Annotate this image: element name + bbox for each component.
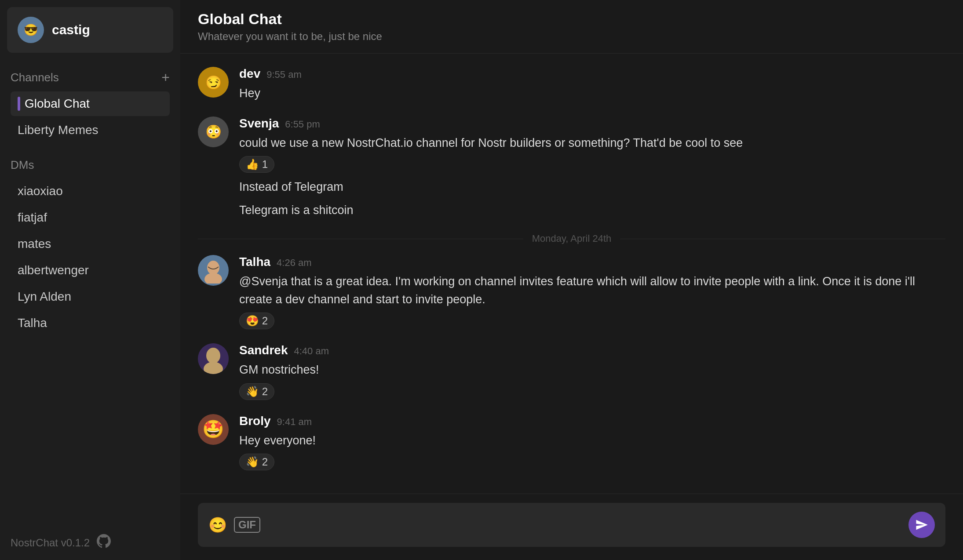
reaction-heart-eyes[interactable]: 😍 2 [239,313,274,329]
dm-item-xiaoxiao[interactable]: xiaoxiao [11,179,170,204]
dm-label: albertwenger [18,263,89,277]
emoji-button[interactable]: 😊 [208,516,227,534]
message-text-3: Telegram is a shitcoin [239,201,945,219]
reaction-wave-broly[interactable]: 👋 2 [239,454,274,470]
dms-section: DMs xiaoxiao fiatjaf mates albertwenger … [0,158,180,337]
message-text-2: Instead of Telegram [239,178,945,196]
dm-item-mates[interactable]: mates [11,232,170,256]
message-text: Hey [239,84,945,102]
chat-title: Global Chat [198,11,945,28]
sidebar-item-global-chat[interactable]: Global Chat [11,91,170,116]
message-content: Broly 9:41 am Hey everyone! 👋 2 [239,414,945,471]
dm-item-talha[interactable]: Talha [11,311,170,335]
sidebar: 😎 castig Channels + Global Chat Liberty … [0,0,180,560]
message-time: 4:26 am [277,257,312,269]
message-username: Broly [239,414,271,428]
message-username: dev [239,67,260,81]
message-time: 9:55 am [266,69,302,80]
channel-label: Global Chat [25,97,90,111]
avatar-sandrek [198,343,229,374]
dm-item-albertwenger[interactable]: albertwenger [11,258,170,283]
message-talha: Talha 4:26 am @Svenja that is a great id… [198,255,945,329]
dm-label: mates [18,237,51,251]
message-content: dev 9:55 am Hey [239,67,945,102]
message-time: 4:40 am [294,345,329,357]
message-text: Hey everyone! [239,432,945,450]
avatar-dev: 😏 [198,67,229,98]
dms-title: DMs [11,158,34,172]
message-text: could we use a new NostrChat.io channel … [239,134,945,152]
add-channel-button[interactable]: + [161,70,170,84]
messages-area: 😏 dev 9:55 am Hey 😳 Svenja 6:55 pm could… [180,54,963,494]
message-header: Sandrek 4:40 am [239,343,945,357]
active-indicator [18,97,20,111]
svg-point-4 [206,348,220,364]
message-svenja: 😳 Svenja 6:55 pm could we use a new Nost… [198,116,945,219]
dm-label: xiaoxiao [18,184,63,198]
message-header: Svenja 6:55 pm [239,116,945,131]
message-header: Broly 9:41 am [239,414,945,428]
avatar-broly: 🤩 [198,414,229,445]
date-divider: Monday, April 24th [198,233,945,244]
date-label: Monday, April 24th [532,233,612,244]
chat-header: Global Chat Whatever you want it to be, … [180,0,963,54]
message-content: Svenja 6:55 pm could we use a new NostrC… [239,116,945,219]
message-content: Talha 4:26 am @Svenja that is a great id… [239,255,945,329]
dm-item-lyn-alden[interactable]: Lyn Alden [11,284,170,309]
avatar: 😎 [18,17,44,43]
main-chat: Global Chat Whatever you want it to be, … [180,0,963,560]
reaction-wave-sandrek[interactable]: 👋 2 [239,383,274,400]
message-input[interactable] [267,518,901,532]
message-header: dev 9:55 am [239,67,945,81]
message-username: Talha [239,255,270,269]
reaction-thumbsup[interactable]: 👍 1 [239,156,274,173]
message-username: Sandrek [239,343,288,357]
channels-title: Channels [11,71,59,84]
channel-label: Liberty Memes [18,123,98,137]
message-time: 9:41 am [277,416,312,428]
dms-header: DMs [11,158,170,172]
message-header: Talha 4:26 am [239,255,945,269]
channels-section: Channels + Global Chat Liberty Memes [0,70,180,144]
message-time: 6:55 pm [285,119,320,130]
message-content: Sandrek 4:40 am GM nostriches! 👋 2 [239,343,945,400]
user-header[interactable]: 😎 castig [7,7,173,53]
message-sandrek: Sandrek 4:40 am GM nostriches! 👋 2 [198,343,945,400]
sidebar-item-liberty-memes[interactable]: Liberty Memes [11,118,170,142]
chat-subtitle: Whatever you want it to be, just be nice [198,30,945,43]
chat-input-box: 😊 GIF [198,503,945,547]
message-text: GM nostriches! [239,361,945,379]
message-text: @Svenja that is a great idea. I'm workin… [239,273,945,308]
send-button[interactable] [908,512,935,538]
message-username: Svenja [239,116,279,131]
dm-label: Talha [18,316,47,330]
avatar-svenja: 😳 [198,116,229,147]
sidebar-footer: NostrChat v0.1.2 [0,525,180,560]
version-label: NostrChat v0.1.2 [11,537,90,549]
gif-button[interactable]: GIF [234,517,260,533]
message-dev: 😏 dev 9:55 am Hey [198,67,945,102]
github-icon[interactable] [97,534,111,551]
dm-label: Lyn Alden [18,290,71,303]
dm-item-fiatjaf[interactable]: fiatjaf [11,205,170,230]
dm-label: fiatjaf [18,211,47,224]
chat-input-area: 😊 GIF [180,494,963,560]
message-broly: 🤩 Broly 9:41 am Hey everyone! 👋 2 [198,414,945,471]
username-label: castig [52,22,90,37]
avatar-talha [198,255,229,286]
channels-header: Channels + [11,70,170,84]
